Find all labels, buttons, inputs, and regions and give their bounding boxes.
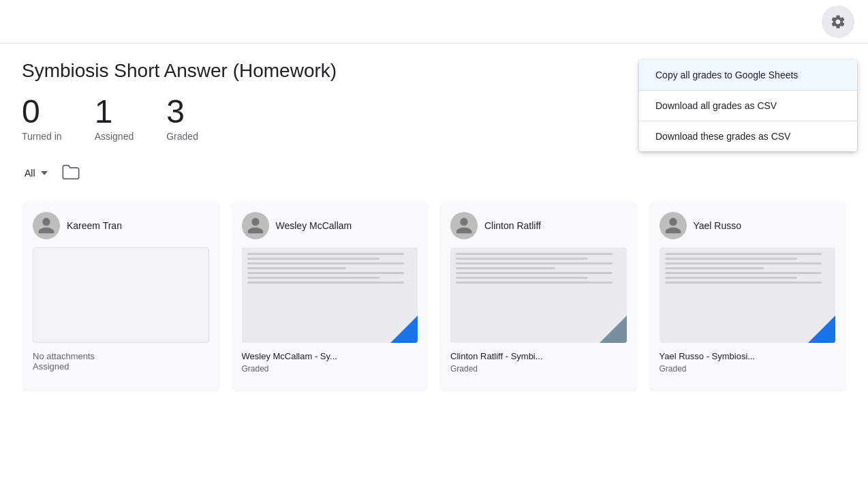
card-header: Yael Russo [660, 212, 836, 239]
no-attachments-text: No attachments Assigned [33, 351, 209, 372]
graded-label: Graded [166, 131, 198, 142]
student-name: Clinton Ratliff [484, 220, 541, 231]
stat-graded: 3 Graded [166, 95, 198, 142]
card-status: Graded [450, 364, 627, 374]
filter-selected-label: All [25, 168, 35, 179]
person-icon [454, 216, 474, 235]
flag-blue-icon [808, 316, 835, 343]
student-name: Yael Russo [694, 220, 742, 231]
student-card[interactable]: Clinton Ratliff Clinton Ratliff - Symbi.… [439, 201, 638, 392]
chevron-down-icon [41, 171, 48, 175]
card-thumbnail [242, 247, 418, 343]
avatar [660, 212, 687, 239]
assigned-label: Assigned [95, 131, 134, 142]
folder-button[interactable] [59, 161, 83, 185]
graded-count: 3 [166, 95, 198, 128]
student-card[interactable]: Yael Russo Yael Russo - Symbiosi... Grad… [649, 201, 847, 392]
doc-title: Clinton Ratliff - Symbi... [450, 351, 627, 361]
avatar [33, 212, 60, 239]
person-icon [246, 216, 265, 235]
flag-grey-icon [600, 316, 627, 343]
folder-icon [61, 164, 80, 180]
avatar [450, 212, 478, 239]
assigned-count: 1 [95, 95, 134, 128]
doc-title: Yael Russo - Symbiosi... [660, 351, 836, 361]
flag-blue-icon [390, 316, 418, 343]
filter-row: All [22, 161, 846, 185]
card-header: Kareem Tran [33, 212, 209, 239]
student-name: Wesley McCallam [276, 220, 352, 231]
stat-turned-in: 0 Turned in [22, 95, 62, 142]
card-status: Graded [660, 364, 836, 374]
person-icon [37, 216, 56, 235]
card-thumbnail [660, 247, 836, 343]
dropdown-item-download-these[interactable]: Download these grades as CSV [639, 121, 857, 151]
doc-title: Wesley McCallam - Sy... [242, 351, 418, 361]
student-card[interactable]: Wesley McCallam Wesley McCallam - Sy... … [231, 201, 429, 392]
header [0, 0, 868, 44]
cards-grid: Kareem Tran No attachments Assigned Wesl… [22, 201, 846, 392]
card-thumbnail-empty [33, 247, 209, 343]
card-thumbnail [450, 247, 627, 343]
student-card[interactable]: Kareem Tran No attachments Assigned [22, 201, 220, 392]
dropdown-item-download-all[interactable]: Download all grades as CSV [639, 91, 857, 121]
card-header: Clinton Ratliff [450, 212, 627, 239]
settings-button[interactable] [822, 5, 854, 38]
avatar [242, 212, 269, 239]
stat-assigned: 1 Assigned [95, 95, 134, 142]
gear-icon [830, 14, 846, 30]
card-header: Wesley McCallam [242, 212, 418, 239]
turned-in-count: 0 [22, 95, 62, 128]
turned-in-label: Turned in [22, 131, 62, 142]
filter-dropdown[interactable]: All [22, 162, 50, 184]
card-status: Graded [242, 364, 418, 374]
dropdown-item-copy-sheets[interactable]: Copy all grades to Google Sheets [639, 60, 857, 90]
student-name: Kareem Tran [67, 220, 122, 231]
dropdown-menu: Copy all grades to Google Sheets Downloa… [639, 60, 857, 151]
person-icon [664, 216, 683, 235]
